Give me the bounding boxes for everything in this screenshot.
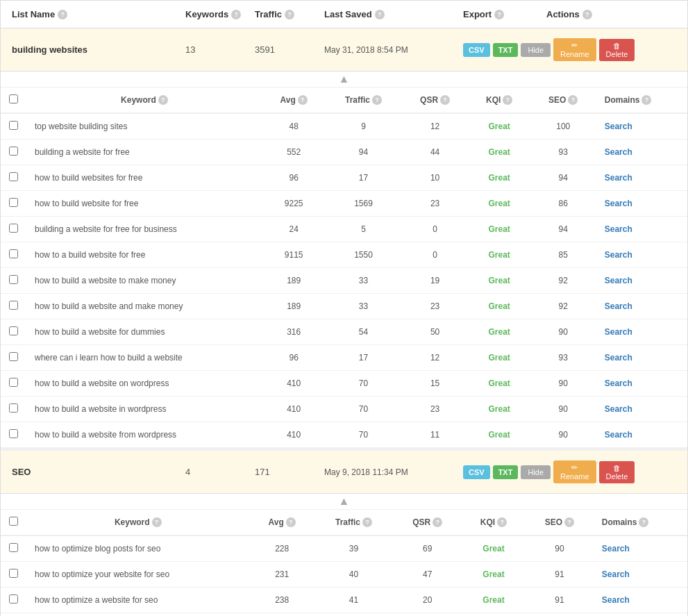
traffic-cell: 54 <box>325 319 401 345</box>
search-link[interactable]: Search <box>605 301 632 311</box>
search-link[interactable]: Search <box>605 353 632 363</box>
help-icon-traffic[interactable]: ? <box>285 10 294 19</box>
row-checkbox-input-0-1[interactable] <box>9 147 18 156</box>
row-checkbox-input-0-9[interactable] <box>9 352 18 361</box>
help-icon-traffic-kw[interactable]: ? <box>372 95 382 105</box>
help-icon-list-name[interactable]: ? <box>58 10 67 19</box>
search-link[interactable]: Search <box>605 430 632 440</box>
row-checkbox-input-0-7[interactable] <box>9 301 18 310</box>
seo-cell: 92 <box>530 268 596 294</box>
help-icon-traffic-kw[interactable]: ? <box>362 517 372 527</box>
btn-txt-0[interactable]: TXT <box>493 43 519 57</box>
kqi-cell: Great <box>462 613 526 617</box>
search-link[interactable]: Search <box>605 147 632 157</box>
list-traffic-1: 171 <box>255 467 324 477</box>
btn-hide-0[interactable]: Hide <box>521 43 551 57</box>
row-checkbox-input-0-10[interactable] <box>9 378 18 387</box>
keyword-cell: how to optimize your website for seo <box>26 562 250 588</box>
btn-rename-0[interactable]: ✏ Rename <box>553 38 596 61</box>
btn-delete-0[interactable]: 🗑 Delete <box>599 39 635 61</box>
search-link[interactable]: Search <box>602 569 630 579</box>
kqi-cell: Great <box>469 319 530 345</box>
row-checkbox-input-0-3[interactable] <box>9 198 18 207</box>
list-traffic-0: 3591 <box>255 44 324 55</box>
keyword-cell: how to build a website for dummies <box>26 319 262 345</box>
col-header-export: Export ? <box>463 9 546 19</box>
row-checkbox-input-0-6[interactable] <box>9 275 18 284</box>
help-icon-keywords[interactable]: ? <box>231 10 241 19</box>
btn-csv-0[interactable]: CSV <box>463 43 490 57</box>
btn-hide-1[interactable]: Hide <box>521 465 551 479</box>
traffic-cell: 94 <box>325 140 401 165</box>
row-checkbox-input-0-8[interactable] <box>9 326 18 335</box>
seo-cell: 90 <box>530 422 596 448</box>
col-header-keywords: Keywords ? <box>185 9 255 19</box>
select-all-checkbox-1[interactable] <box>9 517 18 526</box>
row-checkbox <box>1 268 26 294</box>
search-link[interactable]: Search <box>605 122 632 131</box>
search-link[interactable]: Search <box>605 327 632 337</box>
row-checkbox-input-0-12[interactable] <box>9 429 18 438</box>
search-link[interactable]: Search <box>605 173 632 183</box>
row-checkbox-input-0-5[interactable] <box>9 249 18 258</box>
select-all-checkbox-0[interactable] <box>9 94 18 103</box>
search-link[interactable]: Search <box>605 276 632 285</box>
kqi-cell: Great <box>469 242 530 268</box>
qsr-cell: 10 <box>402 165 469 191</box>
help-icon-kw[interactable]: ? <box>158 95 168 105</box>
help-icon-domains[interactable]: ? <box>639 517 648 527</box>
kqi-cell: Great <box>462 535 526 562</box>
help-icon-avg[interactable]: ? <box>298 95 308 105</box>
th-domains: Domains ? <box>594 510 687 535</box>
list-header-0: building websites 13 3591 May 31, 2018 8… <box>1 28 687 72</box>
th-traffic: Traffic ? <box>314 510 394 535</box>
search-link[interactable]: Search <box>602 544 630 553</box>
seo-cell: 90 <box>530 319 596 345</box>
expand-arrow-1[interactable]: ▲ <box>1 494 687 510</box>
btn-csv-1[interactable]: CSV <box>463 465 490 479</box>
search-link[interactable]: Search <box>602 595 630 605</box>
search-link[interactable]: Search <box>605 250 632 260</box>
avg-cell: 24 <box>262 217 326 242</box>
btn-txt-1[interactable]: TXT <box>493 465 519 479</box>
search-link[interactable]: Search <box>605 378 632 388</box>
help-icon-qsr[interactable]: ? <box>440 95 450 105</box>
avg-cell: 96 <box>262 165 326 191</box>
row-checkbox-input-0-11[interactable] <box>9 403 18 413</box>
btn-rename-1[interactable]: ✏ Rename <box>553 460 596 483</box>
btn-delete-1[interactable]: 🗑 Delete <box>599 461 635 483</box>
help-icon-kqi[interactable]: ? <box>497 517 507 527</box>
kqi-cell: Great <box>469 165 530 191</box>
help-icon-seo[interactable]: ? <box>564 517 574 527</box>
help-icon-last-saved[interactable]: ? <box>375 10 385 19</box>
th-domains: Domains ? <box>596 88 687 113</box>
help-icon-actions[interactable]: ? <box>582 10 592 19</box>
help-icon-kw[interactable]: ? <box>152 517 162 527</box>
avg-cell: 410 <box>262 422 326 448</box>
help-icon-avg[interactable]: ? <box>286 517 296 527</box>
table-row: where can i learn how to build a website… <box>1 345 687 371</box>
help-icon-seo[interactable]: ? <box>568 95 578 105</box>
qsr-cell: 15 <box>402 371 469 397</box>
row-checkbox-input-1-2[interactable] <box>9 594 18 603</box>
row-checkbox-input-0-2[interactable] <box>9 172 18 181</box>
help-icon-domains[interactable]: ? <box>641 95 651 105</box>
list-name-0: building websites <box>12 44 185 55</box>
list-date-1: May 9, 2018 11:34 PM <box>324 467 463 477</box>
row-checkbox-input-1-0[interactable] <box>9 543 18 552</box>
traffic-cell: 51 <box>314 613 394 617</box>
help-icon-kqi[interactable]: ? <box>503 95 512 105</box>
row-checkbox-input-0-4[interactable] <box>9 224 18 233</box>
search-link[interactable]: Search <box>605 199 632 208</box>
qsr-cell: 19 <box>402 268 469 294</box>
search-link[interactable]: Search <box>605 224 632 234</box>
kqi-cell: Great <box>469 191 530 217</box>
traffic-cell: 5 <box>325 217 401 242</box>
help-icon-export[interactable]: ? <box>494 10 504 19</box>
help-icon-qsr[interactable]: ? <box>433 517 442 527</box>
search-link[interactable]: Search <box>605 404 632 414</box>
expand-arrow-0[interactable]: ▲ <box>1 72 687 88</box>
list-keywords-1: 4 <box>185 467 255 477</box>
row-checkbox-input-0-0[interactable] <box>9 121 18 130</box>
row-checkbox-input-1-1[interactable] <box>9 569 18 578</box>
